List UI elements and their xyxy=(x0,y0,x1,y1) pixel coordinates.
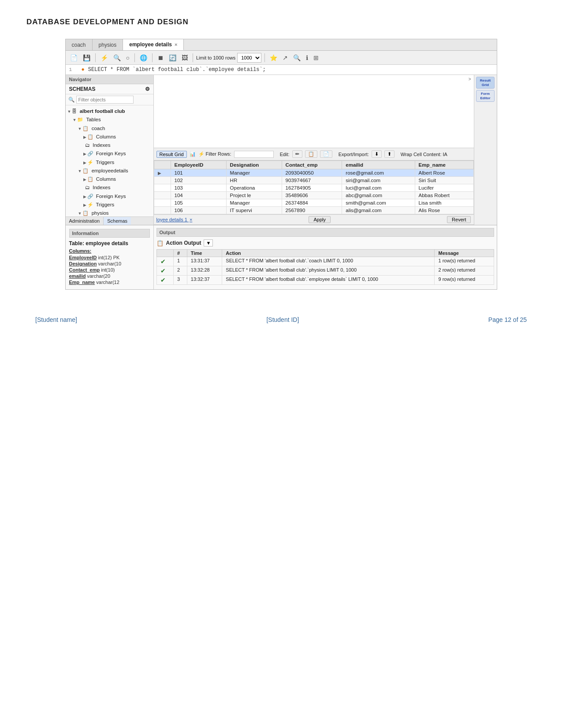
col-contact[interactable]: Contact_emp xyxy=(282,161,342,169)
tree-item-tables[interactable]: ▼📁 Tables xyxy=(66,116,153,124)
stop-btn[interactable]: ⏹ xyxy=(156,53,165,62)
table-cell: Lisa smith xyxy=(415,199,473,207)
tree-item-emp-columns[interactable]: ▶📋 Columns xyxy=(66,175,153,183)
tree-item-albertfootball[interactable]: ▼🗄 albert football club xyxy=(66,107,153,116)
table-cell: 2093040050 xyxy=(282,169,342,177)
tree-item-coach-indexes[interactable]: 🗂 Indexes xyxy=(66,141,153,149)
action-output-dropdown[interactable]: ▼ xyxy=(204,239,213,246)
message-cell: 1 row(s) returned xyxy=(435,257,494,266)
export-btn[interactable]: ⬇ xyxy=(372,150,382,158)
status-ok-icon: ✔ xyxy=(160,267,166,274)
info-column-row: Emp_name varchar(12 xyxy=(69,280,150,285)
table-row[interactable]: 103Operationa162784905luci@gmail.comLuci… xyxy=(154,184,473,192)
main-area: Navigator SCHEMAS ⚙ 🔍 ▼🗄 albert football… xyxy=(66,75,497,225)
result-grid-mini-btn[interactable]: Result Grid xyxy=(476,77,495,89)
tree-item-emp-triggers[interactable]: ▶⚡ Triggers xyxy=(66,201,153,209)
tree-item-coach[interactable]: ▼📋 coach xyxy=(66,124,153,133)
table-cell: abc@gmail.com xyxy=(342,192,415,199)
table-cell: 101 xyxy=(171,169,226,177)
table-cell: 35489606 xyxy=(282,192,342,199)
right-area: > Result Grid 📊 ⚡ Filter Rows: Edit: ✏ 📋… xyxy=(154,75,474,225)
tree-item-employeedetails[interactable]: ▼📋 employeedetails xyxy=(66,167,153,175)
tree-item-coach-columns[interactable]: ▶📋 Columns xyxy=(66,133,153,141)
exec-btn[interactable]: 🌐 xyxy=(138,53,149,62)
filter-input[interactable] xyxy=(76,96,134,104)
result-tab-link[interactable]: loyee details 1 × xyxy=(156,217,193,222)
tree-item-coach-triggers[interactable]: ▶⚡ Triggers xyxy=(66,158,153,167)
table-row[interactable]: 105Manager26374884smith@gmail.comLisa sm… xyxy=(154,199,473,207)
info-btn[interactable]: ℹ xyxy=(304,53,310,62)
limit-select[interactable]: 1000 xyxy=(237,53,261,63)
table-row[interactable]: ▶101Manager2093040050rose@gmail.comAlber… xyxy=(154,169,473,177)
col-arrow xyxy=(154,161,171,169)
schemas-icon[interactable]: ⚙ xyxy=(145,86,150,92)
wrap-label: Wrap Cell Content: IA xyxy=(401,152,447,157)
col-empname[interactable]: Emp_name xyxy=(415,161,473,169)
refresh-btn[interactable]: 🔄 xyxy=(167,53,178,62)
navigator-tree: ▼🗄 albert football club ▼📁 Tables ▼📋 coa… xyxy=(66,105,153,217)
edit-label: Edit: xyxy=(280,152,290,157)
result-table: EmployeeID Designation Contact_emp email… xyxy=(154,161,474,214)
explain-btn[interactable]: ○ xyxy=(124,53,131,62)
col-message: Message xyxy=(435,250,494,257)
table-row[interactable]: 104Project le35489606abc@gmail.comAbbas … xyxy=(154,192,473,199)
tab-employee-details[interactable]: employee details × xyxy=(123,39,184,50)
star-btn[interactable]: ⭐ xyxy=(268,53,279,62)
table-cell: Alis Rose xyxy=(415,207,473,214)
table-cell: 26374884 xyxy=(282,199,342,207)
tab-close-icon[interactable]: × xyxy=(175,42,177,47)
form-editor-mini-btn[interactable]: Form Editor xyxy=(476,90,495,102)
save-btn[interactable]: 💾 xyxy=(81,53,92,62)
image-btn[interactable]: 🖼 xyxy=(180,53,190,62)
table-cell: Manager xyxy=(226,169,282,177)
sql-line: 1 ● SELECT * FROM `albert football club`… xyxy=(66,65,497,75)
tab-bar: coach physios employee details × xyxy=(66,39,497,51)
info-columns-list: EmployeeID int(12) PKDesignation varchar… xyxy=(69,255,150,285)
revert-btn[interactable]: Revert xyxy=(447,216,471,223)
cursor-btn[interactable]: ↗ xyxy=(281,53,290,62)
col-employeeid[interactable]: EmployeeID xyxy=(171,161,226,169)
edit-pencil-btn[interactable]: ✏ xyxy=(292,150,302,158)
tab-coach[interactable]: coach xyxy=(66,39,93,50)
table-cell: rose@gmail.com xyxy=(342,169,415,177)
num-cell: 3 xyxy=(174,276,187,285)
filter-row: 🔍 xyxy=(66,94,153,105)
tree-item-emp-foreignkeys[interactable]: ▶🔗 Foreign Keys xyxy=(66,192,153,201)
copy-btn[interactable]: 📋 xyxy=(305,150,317,158)
result-grid-btn[interactable]: Result Grid xyxy=(156,151,187,158)
sql-code[interactable]: SELECT * FROM `albert football club`.`em… xyxy=(88,67,266,73)
run-btn[interactable]: ⚡ xyxy=(99,53,110,62)
table-row[interactable]: 106IT supervi2567890alis@gmail.comAlis R… xyxy=(154,207,473,214)
search-btn[interactable]: 🔍 xyxy=(112,53,123,62)
magnify-btn[interactable]: 🔍 xyxy=(291,53,302,62)
schemas-tab[interactable]: Schemas xyxy=(104,217,131,225)
table-row[interactable]: 102HR903974667siri@gmail.comSiri Suit xyxy=(154,177,473,184)
new-file-btn[interactable]: 📄 xyxy=(68,53,79,62)
col-status xyxy=(156,250,174,257)
tree-item-emp-indexes[interactable]: 🗂 Indexes xyxy=(66,183,153,192)
tab-physios[interactable]: physios xyxy=(93,39,123,50)
search-icon: 🔍 xyxy=(68,97,74,103)
filter-input-result[interactable] xyxy=(234,151,274,158)
right-mini-panel: Result Grid Form Editor xyxy=(474,75,497,225)
table-cell: Manager xyxy=(226,199,282,207)
status-ok-icon: ✔ xyxy=(160,276,166,284)
query-area[interactable]: > xyxy=(154,75,474,148)
col-designation[interactable]: Designation xyxy=(226,161,282,169)
status-cell: ✔ xyxy=(156,276,174,285)
paste-btn[interactable]: 📄 xyxy=(320,150,332,158)
tree-item-physios[interactable]: ▼📋 physios xyxy=(66,209,153,217)
export-label: Export/Import: xyxy=(339,152,369,157)
tabs-footer: loyee details 1 × Apply Revert xyxy=(154,214,474,225)
col-emailid[interactable]: emailid xyxy=(342,161,415,169)
admin-tab[interactable]: Administration xyxy=(66,217,104,225)
apply-btn[interactable]: Apply xyxy=(309,216,331,223)
action-row: ✔313:32:37SELECT * FROM 'albert football… xyxy=(156,276,494,285)
time-cell: 13:32:28 xyxy=(187,266,222,276)
info-column-row: EmployeeID int(12) PK xyxy=(69,255,150,260)
grid-btn[interactable]: ⊞ xyxy=(312,53,320,62)
table-cell: Lucifer xyxy=(415,184,473,192)
result-section: Result Grid 📊 ⚡ Filter Rows: Edit: ✏ 📋 📄… xyxy=(154,148,474,225)
import-btn[interactable]: ⬆ xyxy=(384,150,395,158)
tree-item-coach-foreignkeys[interactable]: ▶🔗 Foreign Keys xyxy=(66,149,153,158)
